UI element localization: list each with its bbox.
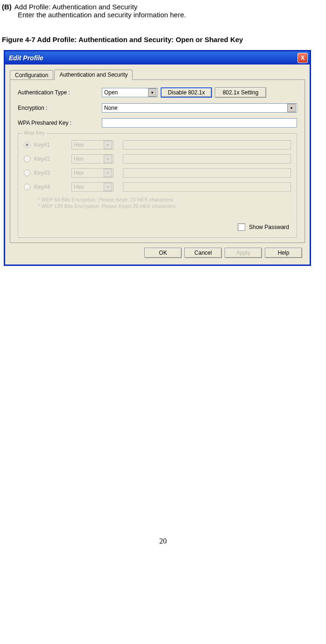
- close-icon: X: [301, 55, 305, 61]
- button-label: 802.1x Setting: [223, 89, 259, 96]
- encryption-dropdown[interactable]: None ▼: [102, 103, 297, 113]
- chevron-down-icon: ▼: [287, 104, 296, 112]
- wep-hint-64: * WEP 64 Bits Encryption: Please Keyin 1…: [38, 196, 291, 203]
- wep-key3-input: [123, 168, 291, 178]
- wep-key4-input: [123, 182, 291, 192]
- tab-label: Configuration: [15, 72, 48, 79]
- tab-configuration[interactable]: Configuration: [10, 70, 53, 80]
- wep-key4-label: Key#4: [34, 184, 71, 190]
- chevron-down-icon: ▼: [148, 88, 156, 97]
- wep-key3-mode-dropdown: Hex ▼: [71, 168, 113, 178]
- wep-key3-radio[interactable]: [24, 170, 30, 176]
- auth-type-dropdown[interactable]: Open ▼: [102, 88, 158, 97]
- wep-key2-radio[interactable]: [24, 156, 30, 162]
- wep-key1-radio[interactable]: [24, 142, 30, 148]
- chevron-down-icon: ▼: [104, 183, 112, 191]
- auth-type-label: Authentication Type :: [18, 89, 102, 96]
- figure-caption: Figure 4-7 Add Profile: Authentication a…: [2, 36, 324, 43]
- 8021x-setting-button[interactable]: 802.1x Setting: [215, 87, 266, 98]
- tab-label: Authentication and Security: [59, 72, 128, 78]
- close-button[interactable]: X: [298, 53, 308, 63]
- wpa-psk-input[interactable]: [102, 118, 297, 128]
- disable-8021x-button[interactable]: Disable 802.1x: [161, 87, 212, 98]
- chevron-down-icon: ▼: [104, 169, 112, 177]
- section-title: Add Profile: Authentication and Security: [14, 3, 138, 11]
- wep-key2-label: Key#2: [34, 156, 71, 162]
- dialog-title: Edit Profile: [9, 54, 43, 62]
- wep-group-title: Wep Key: [22, 130, 46, 136]
- wep-key3-mode: Hex: [74, 170, 84, 176]
- wep-key1-mode: Hex: [74, 142, 84, 148]
- button-label: Help: [278, 250, 290, 256]
- wep-hint-128: * WEP 128 Bits Encryption: Please Keyin …: [38, 203, 291, 209]
- cancel-button[interactable]: Cancel: [184, 248, 222, 258]
- show-password-checkbox[interactable]: [238, 223, 245, 231]
- button-label: Cancel: [194, 250, 212, 256]
- wep-key-group: Wep Key Key#1 Hex ▼ Key#2: [18, 133, 297, 238]
- ok-button[interactable]: OK: [144, 248, 182, 258]
- section-marker: (B): [2, 3, 12, 11]
- button-label: Disable 802.1x: [168, 89, 205, 96]
- help-button[interactable]: Help: [265, 248, 302, 258]
- wep-key1-mode-dropdown: Hex ▼: [71, 140, 113, 150]
- chevron-down-icon: ▼: [104, 155, 112, 163]
- wep-key1-label: Key#1: [34, 142, 71, 148]
- wep-key1-input: [123, 140, 291, 150]
- wep-key3-label: Key#3: [34, 170, 71, 176]
- apply-button: Apply: [225, 248, 262, 258]
- page-number: 20: [2, 537, 324, 545]
- wep-key2-mode: Hex: [74, 156, 84, 162]
- wep-key4-mode: Hex: [74, 184, 84, 190]
- wpa-psk-label: WPA Preshared Key :: [18, 120, 102, 126]
- tab-auth-security[interactable]: Authentication and Security: [54, 70, 133, 80]
- chevron-down-icon: ▼: [104, 141, 112, 149]
- button-label: Apply: [236, 250, 250, 256]
- edit-profile-dialog: Edit Profile X Configuration Authenticat…: [4, 50, 311, 266]
- encryption-value: None: [104, 105, 118, 111]
- wep-key2-input: [123, 154, 291, 164]
- wep-key4-mode-dropdown: Hex ▼: [71, 182, 113, 192]
- show-password-label: Show Passward: [249, 224, 289, 230]
- titlebar: Edit Profile X: [5, 51, 310, 64]
- section-subtitle: Enter the authentication and security in…: [18, 11, 324, 19]
- encryption-label: Encryption :: [18, 105, 102, 111]
- button-label: OK: [159, 250, 167, 256]
- wep-key2-mode-dropdown: Hex ▼: [71, 154, 113, 164]
- wep-key4-radio[interactable]: [24, 184, 30, 190]
- auth-type-value: Open: [104, 89, 118, 96]
